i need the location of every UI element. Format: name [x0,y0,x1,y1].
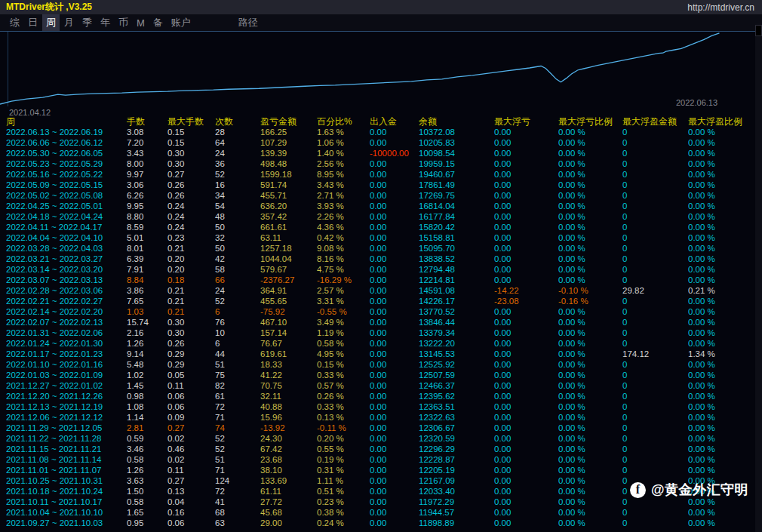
cell-max-float-loss-ratio: 0.00 % [558,127,622,137]
cell-percent: 0.15 % [317,359,370,370]
cell-max-float-profit-ratio: 0.00 % [688,518,762,528]
table-row[interactable]: 2021.12.06 ~ 2021.12.121.140.097115.960.… [0,412,762,423]
table-row[interactable]: 2022.03.28 ~ 2022.04.038.010.21501257.18… [0,243,762,254]
cell-week: 2022.02.28 ~ 2022.03.06 [6,285,127,296]
menu-item-currency[interactable]: 币 [115,14,132,31]
website-link[interactable]: http://mtdriver.cn [687,2,754,13]
table-row[interactable]: 2021.12.20 ~ 2021.12.260.980.066132.110.… [0,391,762,401]
cell-pl-amount: 1044.04 [260,254,317,264]
table-row[interactable]: 2022.01.24 ~ 2022.01.301.260.26676.670.5… [0,338,762,349]
cell-max-float-profit-amount: 0 [622,232,688,243]
menu-item-path[interactable]: 路径 [235,14,262,31]
menu-item-account[interactable]: 账户 [167,14,195,31]
cell-max-float-loss-ratio: 0.00 % [558,190,622,201]
table-row[interactable]: 2021.10.04 ~ 2021.10.101.650.166845.680.… [0,507,762,518]
table-row[interactable]: 2021.09.27 ~ 2021.10.030.950.066329.000.… [0,518,762,528]
table-row[interactable]: 2022.02.07 ~ 2022.02.1315.740.3076467.10… [0,317,762,328]
cell-lots: 1.45 [127,380,167,391]
cell-lots: 8.01 [127,243,167,254]
app-title: MTDriver统计 ,V3.25 [6,1,92,14]
table-row[interactable]: 2022.02.14 ~ 2022.02.201.030.216-75.92-0… [0,306,762,317]
cell-cash-flow: 0.00 [370,211,419,222]
cell-max-float-profit-amount: 0 [622,401,688,412]
cell-count: 63 [215,518,260,528]
cell-cash-flow: 0.00 [370,423,419,433]
cell-cash-flow: 0.00 [370,243,419,254]
cell-pl-amount: 70.75 [260,380,317,391]
cell-max-lots: 0.23 [167,232,215,243]
cell-cash-flow: 0.00 [370,401,419,412]
cell-lots: 5.48 [127,359,167,370]
cell-max-float-loss-ratio: 0.00 % [558,211,622,222]
table-body: 2022.06.13 ~ 2022.06.193.080.1528166.251… [0,127,762,528]
table-row[interactable]: 2022.01.17 ~ 2022.01.239.140.2944619.614… [0,349,762,359]
cell-max-lots: 0.16 [167,507,215,518]
table-row[interactable]: 2022.05.23 ~ 2022.05.298.000.3036498.482… [0,158,762,169]
table-row[interactable]: 2022.05.09 ~ 2022.05.153.060.2616591.743… [0,180,762,190]
table-header-row: 周手数最大手数次数盈亏金额百分比%出入金余额最大浮亏最大浮亏比例最大浮盈金额最大… [0,116,762,127]
menu-item-year[interactable]: 年 [97,14,114,31]
cell-max-lots: 0.21 [167,285,215,296]
table-row[interactable]: 2021.11.08 ~ 2021.11.140.580.025123.680.… [0,454,762,465]
cell-max-float-loss-ratio: 0.00 % [558,475,622,486]
table-row[interactable]: 2021.11.22 ~ 2021.11.280.590.025224.300.… [0,433,762,444]
col-header-count: 次数 [215,116,260,127]
chart-start-date: 2021.04.12 [9,108,51,117]
table-row[interactable]: 2022.02.21 ~ 2022.02.277.650.2152455.653… [0,296,762,306]
table-row[interactable]: 2022.05.02 ~ 2022.05.086.260.2634455.712… [0,190,762,201]
table-row[interactable]: 2022.02.28 ~ 2022.03.063.860.2124364.912… [0,285,762,296]
cell-max-float-loss: 0.00 [494,465,558,475]
table-row[interactable]: 2022.05.16 ~ 2022.05.229.970.27521599.18… [0,169,762,180]
cell-percent: 0.23 % [317,497,370,507]
table-row[interactable]: 2022.01.10 ~ 2022.01.165.480.295118.330.… [0,359,762,370]
table-row[interactable]: 2022.03.14 ~ 2022.03.207.910.2058579.674… [0,264,762,275]
table-row[interactable]: 2022.04.11 ~ 2022.04.178.590.2450661.614… [0,222,762,232]
cell-pl-amount: 41.22 [260,370,317,380]
table-row[interactable]: 2022.06.06 ~ 2022.06.127.200.1564107.291… [0,137,762,148]
cell-max-float-loss-ratio: 0.00 % [558,391,622,401]
table-row[interactable]: 2022.05.30 ~ 2022.06.053.430.3024139.391… [0,148,762,158]
table-row[interactable]: 2021.11.29 ~ 2021.12.052.810.2774-13.92-… [0,423,762,433]
cell-max-float-profit-amount: 0 [622,211,688,222]
table-row[interactable]: 2021.12.27 ~ 2022.01.021.450.118270.750.… [0,380,762,391]
menu-item-month[interactable]: 月 [60,14,78,31]
table-row[interactable]: 2022.01.03 ~ 2022.01.091.020.057541.220.… [0,370,762,380]
cell-count: 10 [215,328,260,338]
cell-count: 74 [215,423,260,433]
scrollbar-thumb[interactable] [755,25,762,36]
menu-item-backup[interactable]: 备 [149,14,167,31]
cell-max-float-profit-ratio: 0.00 % [688,380,762,391]
table-row[interactable]: 2022.04.18 ~ 2022.04.248.800.2448357.422… [0,211,762,222]
table-row[interactable]: 2022.01.31 ~ 2022.02.062.160.3010157.141… [0,328,762,338]
table-row[interactable]: 2021.12.13 ~ 2021.12.191.080.067240.880.… [0,401,762,412]
table-row[interactable]: 2022.03.21 ~ 2022.03.276.390.20421044.04… [0,254,762,264]
cell-pl-amount: -75.92 [260,306,317,317]
cell-max-float-loss-ratio: 0.00 % [558,275,622,285]
table-row[interactable]: 2022.04.25 ~ 2022.05.019.950.2454636.203… [0,201,762,211]
cell-max-lots: 0.11 [167,380,215,391]
table-row[interactable]: 2021.11.01 ~ 2021.11.071.260.117138.100.… [0,465,762,475]
cell-max-float-profit-ratio: 0.00 % [688,127,762,137]
menu-item-week[interactable]: 周 [42,14,60,31]
cell-count: 6 [215,306,260,317]
menu-item-m[interactable]: M [133,16,149,30]
table-row[interactable]: 2021.11.15 ~ 2021.11.213.460.465267.420.… [0,444,762,454]
cell-balance: 17269.75 [419,190,494,201]
menu-item-quarter[interactable]: 季 [78,14,96,31]
col-header-max-float-profit-amount: 最大浮盈金额 [622,116,688,127]
cell-count: 28 [215,127,260,137]
cell-count: 124 [215,475,260,486]
menu-item-day[interactable]: 日 [24,14,41,31]
table-row[interactable]: 2022.03.07 ~ 2022.03.138.840.1866-2376.2… [0,275,762,285]
cell-balance: 13222.20 [419,338,494,349]
table-row[interactable]: 2022.04.04 ~ 2022.04.105.010.233263.110.… [0,232,762,243]
col-header-cash-flow: 出入金 [370,116,419,127]
vertical-scrollbar[interactable] [755,23,762,532]
menu-item-summary[interactable]: 综 [6,14,23,31]
cell-max-float-profit-amount: 0 [622,359,688,370]
cell-max-float-loss: 0.00 [494,243,558,254]
cell-max-float-profit-amount: 0 [622,169,688,180]
table-row[interactable]: 2022.06.13 ~ 2022.06.193.080.1528166.251… [0,127,762,137]
cell-max-float-loss-ratio: 0.00 % [558,380,622,391]
cell-pl-amount: 498.48 [260,158,317,169]
